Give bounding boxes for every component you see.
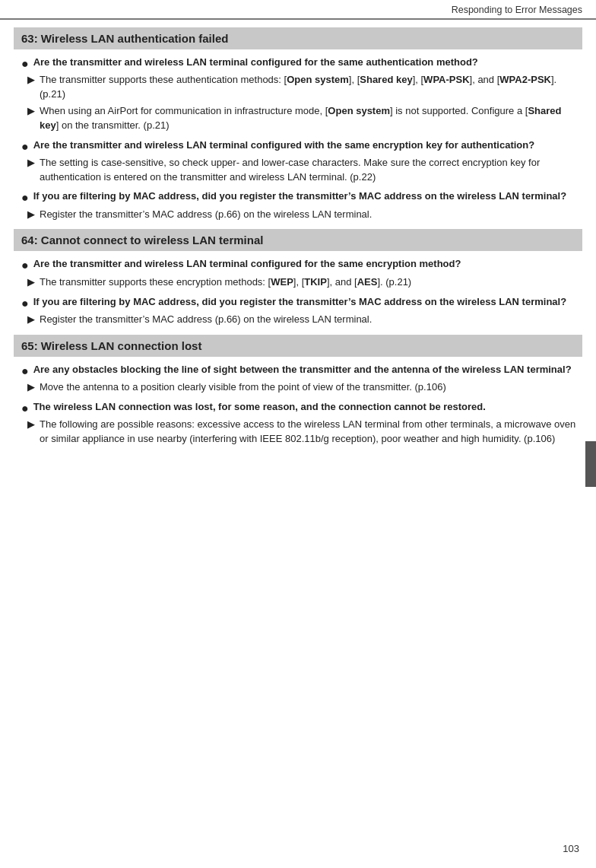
arrow-item: ▶The transmitter supports these encrypti…	[27, 275, 582, 290]
arrow-text: Register the transmitter’s MAC address (…	[40, 208, 372, 222]
bullet-text: Are the transmitter and wireless LAN ter…	[33, 257, 461, 272]
arrow-text: Move the antenna to a position clearly v…	[40, 380, 446, 395]
arrow-item: ▶The transmitter supports these authenti…	[27, 73, 582, 102]
arrow-icon: ▶	[27, 380, 35, 395]
arrow-icon: ▶	[27, 313, 35, 327]
bullet-item: ●If you are filtering by MAC address, di…	[21, 295, 582, 310]
right-tab	[585, 441, 596, 487]
arrow-icon: ▶	[27, 418, 35, 432]
main-content: 63: Wireless LAN authentication failed●A…	[0, 27, 596, 479]
arrow-item: ▶Move the antenna to a position clearly …	[27, 380, 582, 395]
bullet-text: Are the transmitter and wireless LAN ter…	[33, 138, 535, 153]
bullet-text: The wireless LAN connection was lost, fo…	[33, 400, 486, 415]
arrow-text: The transmitter supports these authentic…	[40, 73, 582, 102]
arrow-text: The setting is case-sensitive, so check …	[40, 156, 582, 185]
section-header-sec65: 65: Wireless LAN connection lost	[14, 335, 582, 357]
bullet-dot-icon: ●	[21, 296, 29, 310]
arrow-item: ▶The following are possible reasons: exc…	[27, 418, 582, 447]
bullet-text: Are any obstacles blocking the line of s…	[33, 363, 572, 377]
bullet-dot-icon: ●	[21, 139, 29, 154]
arrow-item: ▶Register the transmitter’s MAC address …	[27, 313, 582, 327]
bullet-dot-icon: ●	[21, 56, 29, 71]
arrow-item: ▶Register the transmitter’s MAC address …	[27, 208, 582, 222]
arrow-item: ▶The setting is case-sensitive, so check…	[27, 156, 582, 185]
arrow-icon: ▶	[27, 208, 35, 222]
section-header-sec63: 63: Wireless LAN authentication failed	[14, 27, 582, 49]
bullet-dot-icon: ●	[21, 258, 29, 272]
header-title: Responding to Error Messages	[452, 5, 582, 15]
page-header: Responding to Error Messages	[0, 0, 596, 20]
bullet-item: ●Are any obstacles blocking the line of …	[21, 363, 582, 378]
arrow-text: When using an AirPort for communication …	[40, 104, 582, 133]
bullet-text: If you are filtering by MAC address, did…	[33, 295, 566, 310]
arrow-text: Register the transmitter’s MAC address (…	[40, 313, 372, 327]
bullet-dot-icon: ●	[21, 364, 29, 378]
bullet-text: If you are filtering by MAC address, did…	[33, 189, 566, 204]
page-number: 103	[563, 843, 579, 854]
bullet-item: ●Are the transmitter and wireless LAN te…	[21, 257, 582, 272]
arrow-text: The transmitter supports these encryptio…	[40, 275, 411, 290]
bullet-dot-icon: ●	[21, 401, 29, 415]
arrow-text: The following are possible reasons: exce…	[40, 418, 582, 447]
arrow-item: ▶When using an AirPort for communication…	[27, 104, 582, 133]
arrow-icon: ▶	[27, 275, 35, 290]
bullet-item: ●If you are filtering by MAC address, di…	[21, 189, 582, 205]
arrow-icon: ▶	[27, 73, 35, 87]
bullet-item: ●Are the transmitter and wireless LAN te…	[21, 56, 582, 71]
bullet-item: ●The wireless LAN connection was lost, f…	[21, 400, 582, 415]
bullet-text: Are the transmitter and wireless LAN ter…	[33, 56, 478, 70]
section-header-sec64: 64: Cannot connect to wireless LAN termi…	[14, 229, 582, 251]
bullet-dot-icon: ●	[21, 190, 29, 205]
bullet-item: ●Are the transmitter and wireless LAN te…	[21, 138, 582, 154]
arrow-icon: ▶	[27, 156, 35, 170]
arrow-icon: ▶	[27, 104, 35, 119]
